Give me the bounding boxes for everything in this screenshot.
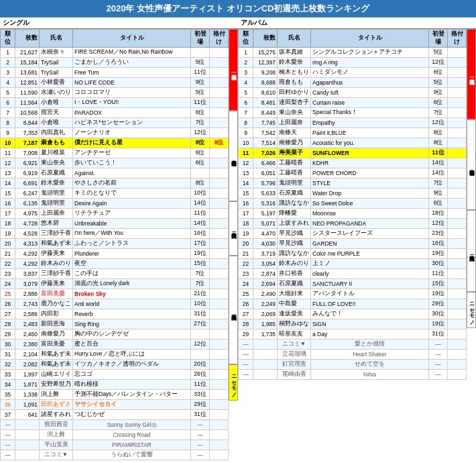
- debut-cell: 31位: [191, 309, 210, 319]
- title-cell: ふわっと／シトラス: [73, 239, 191, 249]
- grade-cell: [210, 48, 229, 58]
- title-cell: Agapanthus: [311, 78, 429, 88]
- rank-cell: 34: [1, 380, 15, 390]
- rank-cell: 14: [239, 178, 253, 189]
- name-cell: 桐野みゆな: [278, 319, 311, 329]
- name-cell: 早見沙織: [278, 239, 311, 249]
- table-row: 156,247鬼頭明里キミのとなりで10位: [1, 189, 229, 199]
- name-cell: 三澤紗千香: [40, 229, 73, 239]
- album-stripe-futsu: 普通楽曲: [467, 119, 476, 210]
- grade-cell: [210, 58, 229, 68]
- rank-cell: 15: [239, 189, 253, 199]
- num-cell: 4,292: [15, 259, 40, 269]
- num-cell: [253, 370, 278, 380]
- debut-cell: 5位: [429, 48, 448, 58]
- grade-cell: [448, 289, 467, 299]
- single-section: シングル 順位 枚数 氏名 タイトル 初登場 格付け: [0, 17, 238, 460]
- title-cell: Crossing Road: [73, 430, 191, 440]
- rank-cell: 10: [239, 138, 253, 148]
- debut-cell: —: [429, 350, 448, 360]
- num-cell: 4,030: [253, 239, 278, 249]
- num-cell: 2,886: [15, 289, 40, 299]
- title-cell: 歩いていこう！: [73, 158, 191, 168]
- grade-cell: [210, 390, 229, 400]
- name-cell: 鹿乃かなこ: [40, 299, 73, 309]
- name-cell: 三澤紗千香: [40, 269, 73, 279]
- num-cell: 2,586: [15, 309, 40, 319]
- num-cell: 7,745: [253, 118, 278, 128]
- num-cell: 7,542: [253, 128, 278, 138]
- title-cell: Special Thanks！: [311, 108, 429, 118]
- name-cell: 鈴木愛奈: [278, 58, 311, 68]
- debut-cell: 19位: [429, 289, 448, 299]
- name-cell: 降幡愛: [278, 209, 311, 219]
- table-row: 351,338渕上舞予測不能Days／バレンタイン・バター33位: [1, 390, 229, 400]
- grade-cell: [210, 309, 229, 319]
- num-cell: 7,514: [253, 138, 278, 148]
- table-row: —立花瑠璃Heart Shaker—: [239, 350, 467, 360]
- table-row: —ニコミ▼愛とか感情—: [239, 340, 467, 350]
- grade-cell: [210, 299, 229, 309]
- single-col-grade: 格付け: [210, 30, 229, 48]
- rank-cell: 28: [239, 319, 253, 329]
- grade-cell: [210, 98, 229, 108]
- debut-cell: 31位: [429, 329, 448, 340]
- grade-cell: [448, 78, 467, 88]
- grade-cell: [448, 189, 467, 199]
- title-cell: 愛とか感情: [311, 340, 429, 350]
- rank-cell: 2: [239, 58, 253, 68]
- rank-cell: 3: [239, 68, 253, 78]
- rank-cell: 32: [1, 360, 15, 370]
- table-row: 146,691鈴木愛奈やさしさの名前8位: [1, 178, 229, 189]
- stripe-futsu: 普通楽曲: [229, 111, 238, 201]
- title-cell: SiGN: [311, 319, 429, 329]
- debut-cell: 14位: [429, 168, 448, 178]
- table-row: 145,796鬼頭明里STYLE7位: [239, 178, 467, 189]
- grade-cell: [210, 178, 229, 189]
- rank-cell: 25: [1, 289, 15, 299]
- num-cell: 1,338: [15, 390, 40, 400]
- table-row: 174,975上田麗奈リテラチュア11位: [1, 209, 229, 219]
- rank-cell: 24: [1, 279, 15, 289]
- name-cell: 内田彩: [40, 309, 73, 319]
- rank-cell: 17: [239, 209, 253, 219]
- table-row: 37641諸星すみれつむじかぜ31位: [1, 410, 229, 420]
- table-row: 117,026寿美菜子SUNFLOWER11位: [239, 148, 467, 158]
- debut-cell: 8位: [429, 128, 448, 138]
- rank-cell: —: [239, 340, 253, 350]
- name-cell: TrySail: [40, 58, 73, 68]
- debut-cell: 6位: [429, 68, 448, 78]
- debut-cell: 6位: [191, 148, 210, 158]
- title-cell: ハピネス*センセーション: [73, 118, 191, 128]
- grade-cell: [210, 249, 229, 259]
- title-cell: I・LOVE・YOU!!: [73, 98, 191, 108]
- title-cell: I'm here／With You: [73, 229, 191, 239]
- num-cell: 12,397: [253, 58, 278, 68]
- title-cell: コロコロマリ: [73, 88, 191, 98]
- grade-cell: [210, 400, 229, 410]
- name-cell: 上田麗奈: [278, 118, 311, 128]
- debut-cell: 5位: [191, 88, 210, 98]
- num-cell: 7,026: [253, 148, 278, 158]
- table-row: 126,921東山奈央歩いていこう！6位: [1, 158, 229, 168]
- name-cell: 鬼頭明里: [40, 199, 73, 209]
- rank-cell: —: [239, 360, 253, 370]
- rank-cell: 13: [1, 168, 15, 178]
- rank-cell: 23: [1, 269, 15, 279]
- rank-cell: 16: [1, 199, 15, 209]
- title-cell: せめて空を: [311, 360, 429, 370]
- name-cell: 南條愛乃: [40, 329, 73, 340]
- table-row: 302,380富田美憂蜜と百合12位: [1, 340, 229, 350]
- name-cell: 田所あずさ: [40, 400, 73, 410]
- title-cell: NiNa: [311, 370, 429, 380]
- title-cell: a Day: [311, 329, 429, 340]
- title-cell: キミのとなりで: [73, 189, 191, 199]
- name-cell: 鈴木みのり: [278, 259, 311, 269]
- name-cell: 麻倉もも: [40, 138, 73, 148]
- debut-cell: —: [191, 450, 210, 460]
- debut-cell: 11位: [191, 68, 210, 78]
- debut-cell: 12位: [429, 58, 448, 68]
- grade-cell: [210, 319, 229, 329]
- rank-cell: 2: [1, 58, 15, 68]
- num-cell: 2,380: [15, 340, 40, 350]
